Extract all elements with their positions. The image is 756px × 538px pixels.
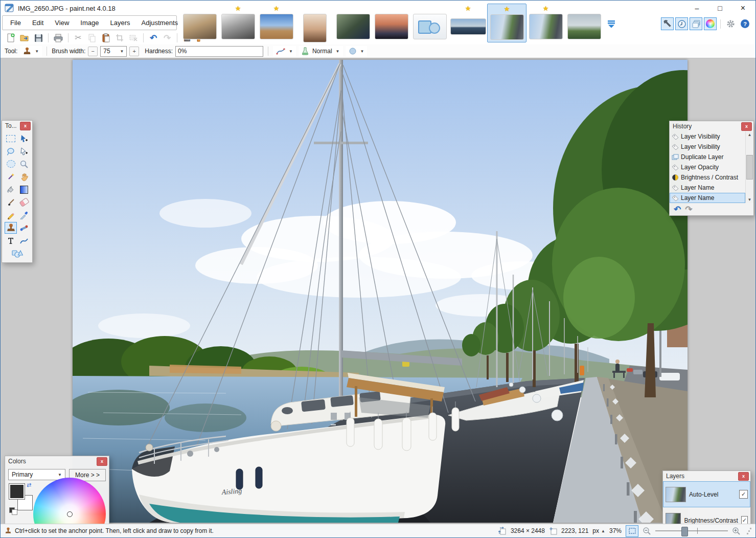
save-button[interactable] xyxy=(32,32,44,44)
primary-color-swatch[interactable] xyxy=(9,484,25,499)
tool-line-curve[interactable] xyxy=(18,235,30,246)
image-tab-2[interactable]: ★ xyxy=(219,4,257,39)
image-tab-3[interactable]: ★ xyxy=(257,4,295,39)
reset-colors-icon-2[interactable] xyxy=(12,509,17,515)
tool-pencil[interactable] xyxy=(5,209,17,221)
tool-text[interactable] xyxy=(5,235,17,246)
menu-file[interactable]: File xyxy=(5,16,27,30)
tool-move-pixels[interactable] xyxy=(18,132,30,144)
tool-lasso-select[interactable] xyxy=(5,145,17,157)
zoom-out-button[interactable] xyxy=(643,527,651,535)
swap-colors-icon[interactable]: ⇄ xyxy=(27,482,31,488)
active-tool-dropdown[interactable]: ▼ xyxy=(20,46,42,57)
close-icon[interactable] xyxy=(20,122,31,130)
undo-button[interactable]: ↶ xyxy=(147,32,159,44)
redo-button[interactable]: ↷ xyxy=(161,32,173,44)
brush-width-increase-button[interactable]: + xyxy=(129,47,139,56)
open-file-button[interactable] xyxy=(18,32,31,44)
tool-pan[interactable] xyxy=(18,171,30,183)
scrollbar-thumb[interactable] xyxy=(746,155,753,180)
image-tab-10[interactable]: ★ xyxy=(526,4,565,39)
colors-panel-titlebar[interactable]: Colors xyxy=(5,456,109,466)
color-mode-dropdown[interactable]: Primary ▼ xyxy=(8,469,65,480)
color-wheel-cursor[interactable] xyxy=(67,511,73,517)
tool-gradient[interactable] xyxy=(18,184,30,195)
tool-color-picker[interactable] xyxy=(18,209,30,221)
tool-rectangle-select[interactable] xyxy=(5,132,17,144)
history-panel-titlebar[interactable]: History xyxy=(670,121,753,131)
print-button[interactable] xyxy=(52,32,64,44)
image-tab-7[interactable]: ★ xyxy=(410,4,449,39)
image-tab-1[interactable]: ★ xyxy=(180,4,219,39)
history-item[interactable]: Layer Visibility xyxy=(670,142,745,152)
paste-button[interactable] xyxy=(100,32,112,44)
tool-paintbrush[interactable] xyxy=(5,196,17,208)
image-tab-11[interactable]: ★ xyxy=(565,4,603,39)
tools-toggle-button[interactable] xyxy=(661,17,674,30)
menu-image[interactable]: Image xyxy=(75,16,104,30)
image-tab-4[interactable]: ★ xyxy=(295,4,334,42)
layers-panel-titlebar[interactable]: Layers xyxy=(663,471,750,481)
crop-button[interactable] xyxy=(113,32,126,44)
settings-button[interactable] xyxy=(724,17,737,30)
antialias-dropdown[interactable]: ▼ xyxy=(346,46,368,57)
close-icon[interactable] xyxy=(97,457,107,466)
colors-toggle-button[interactable] xyxy=(704,17,717,30)
history-item-selected[interactable]: Layer Name xyxy=(670,193,745,203)
maximize-button[interactable]: □ xyxy=(708,1,731,16)
tools-panel-titlebar[interactable]: To... xyxy=(2,121,32,131)
blend-mode-dropdown[interactable]: Normal ▼ xyxy=(299,46,343,57)
close-icon[interactable] xyxy=(738,472,749,481)
canvas-image[interactable]: Aisling xyxy=(73,60,688,523)
history-undo-button[interactable]: ↶ xyxy=(674,204,681,215)
tool-move-selection[interactable] xyxy=(18,145,30,157)
image-tab-6[interactable]: ★ xyxy=(372,4,410,39)
tool-paint-bucket[interactable] xyxy=(5,184,17,195)
image-tab-8[interactable]: ★ xyxy=(449,4,487,35)
zoom-in-button[interactable] xyxy=(732,527,741,535)
close-icon[interactable] xyxy=(741,122,752,131)
history-redo-button[interactable]: ↷ xyxy=(685,204,692,215)
brush-width-input[interactable]: 75 ▼ xyxy=(100,46,127,57)
units-dropdown[interactable]: px ▲ xyxy=(592,527,605,534)
tool-ellipse-select[interactable] xyxy=(5,158,17,170)
menu-edit[interactable]: Edit xyxy=(27,16,49,30)
tool-recolor[interactable] xyxy=(18,222,30,234)
zoom-slider-handle[interactable] xyxy=(681,527,688,536)
history-item[interactable]: Layer Opacity xyxy=(670,162,745,172)
tool-eraser[interactable] xyxy=(18,196,30,208)
history-item[interactable]: Brightness / Contrast xyxy=(670,172,745,183)
image-tab-5[interactable]: ★ xyxy=(334,4,372,39)
zoom-to-window-button[interactable] xyxy=(626,525,638,537)
help-button[interactable] xyxy=(739,17,751,30)
menu-adjustments[interactable]: Adjustments xyxy=(135,16,184,30)
history-toggle-button[interactable] xyxy=(675,17,688,30)
layer-visible-checkbox[interactable] xyxy=(739,490,748,499)
layer-row-auto-level[interactable]: Auto-Level xyxy=(663,481,750,507)
history-item[interactable]: Layer Name xyxy=(670,183,745,193)
copy-button[interactable] xyxy=(86,32,98,44)
minimize-button[interactable]: – xyxy=(685,1,708,16)
zoom-slider[interactable] xyxy=(655,526,728,536)
tool-shapes[interactable] xyxy=(11,248,24,259)
scroll-down-icon[interactable]: ▼ xyxy=(748,197,752,202)
tool-magic-wand[interactable] xyxy=(5,171,17,183)
history-item[interactable]: Duplicate Layer xyxy=(670,152,745,162)
tool-clone-stamp-active[interactable] xyxy=(5,222,17,234)
history-item[interactable]: Layer Visibility xyxy=(670,131,745,142)
new-file-button[interactable] xyxy=(5,32,17,44)
menu-view[interactable]: View xyxy=(49,16,75,30)
hardness-input[interactable]: 0% xyxy=(175,46,263,57)
image-list-dropdown-icon[interactable] xyxy=(607,20,615,28)
scroll-up-icon[interactable]: ▲ xyxy=(748,132,752,137)
brush-width-decrease-button[interactable]: − xyxy=(88,47,98,56)
cut-button[interactable]: ✂ xyxy=(72,32,84,44)
deselect-button[interactable] xyxy=(127,32,140,44)
tool-zoom[interactable] xyxy=(18,158,30,170)
resize-grip[interactable] xyxy=(747,528,751,534)
close-button[interactable]: × xyxy=(731,1,754,16)
selection-mode-dropdown[interactable]: ▼ xyxy=(273,46,296,57)
image-tab-9-active[interactable]: ★ xyxy=(487,4,526,42)
history-scrollbar[interactable]: ▲ ▼ xyxy=(745,131,753,203)
layers-toggle-button[interactable] xyxy=(690,17,702,30)
